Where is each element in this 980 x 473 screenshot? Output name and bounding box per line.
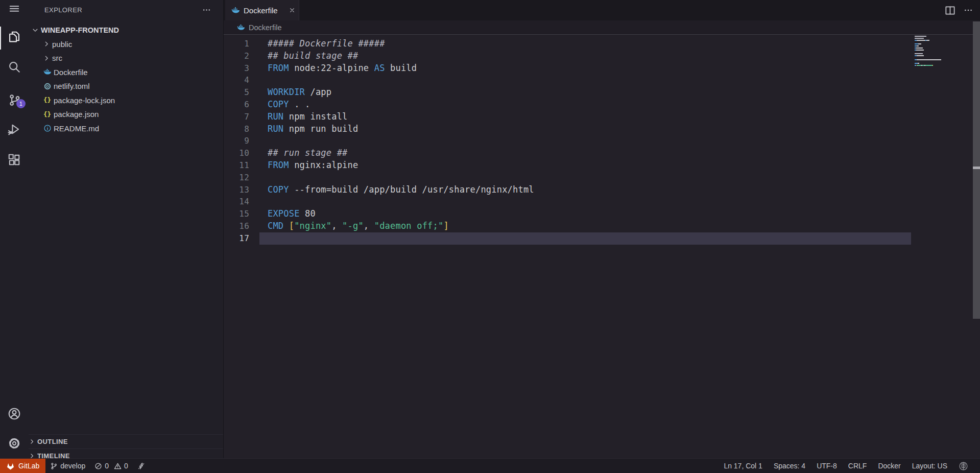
code-line-3[interactable]: 3FROM node:22-alpine AS build	[224, 62, 980, 75]
brain-extension-icon[interactable]	[954, 459, 973, 473]
indentation[interactable]: Spaces: 4	[769, 459, 810, 473]
tree-item-label: public	[52, 40, 72, 49]
run-debug-icon[interactable]	[4, 119, 25, 139]
tree-item-label: package-lock.json	[54, 96, 115, 105]
breadcrumb-item: Dockerfile	[249, 23, 281, 32]
keyboard-layout[interactable]: Layout: US	[907, 459, 952, 473]
code-text: CMD ["nginx", "-g", "daemon off;"]	[268, 220, 449, 232]
file-icon-info	[43, 124, 52, 132]
code-line-5[interactable]: 5WORKDIR /app	[224, 86, 980, 99]
tab-close-icon[interactable]	[289, 7, 296, 14]
status-bar-right: Ln 17, Col 1Spaces: 4UTF-8CRLFDockerLayo…	[719, 459, 980, 473]
tab-dockerfile[interactable]: Dockerfile	[225, 0, 299, 20]
minimap-line	[915, 48, 923, 49]
vscode-window: 1 EXPLORER WINEAPP-FRONTENDpublicsrcDock…	[0, 0, 980, 473]
overview-ruler-cursor-marker	[973, 167, 980, 169]
sidebar-more-actions-icon[interactable]	[202, 6, 211, 14]
cursor-position[interactable]: Ln 17, Col 1	[719, 459, 767, 473]
code-line-15[interactable]: 15EXPOSE 80	[224, 208, 980, 220]
line-number: 1	[224, 38, 249, 50]
line-number: 12	[224, 172, 249, 184]
code-text: FROM nginx:alpine	[268, 159, 358, 172]
minimap-line	[915, 36, 926, 37]
tree-item-package-lock-json[interactable]: {}package-lock.json	[29, 93, 237, 108]
warnings-icon	[114, 462, 122, 470]
status-bar: GitLabdevelop00 Ln 17, Col 1Spaces: 4UTF…	[0, 458, 980, 473]
code-text: ##### Dockerfile #####	[268, 38, 385, 50]
menu-icon[interactable]	[4, 0, 25, 19]
minimap-line	[915, 63, 919, 64]
eol[interactable]: CRLF	[844, 459, 872, 473]
git-branch[interactable]: develop	[45, 459, 90, 473]
line-number: 14	[224, 196, 249, 208]
extensions-icon[interactable]	[4, 150, 25, 170]
explorer-icon[interactable]	[4, 27, 25, 47]
minimap-line	[915, 43, 921, 44]
code-line-16[interactable]: 16CMD ["nginx", "-g", "daemon off;"]	[224, 220, 980, 232]
minimap-line	[915, 38, 924, 39]
code-text: COPY --from=build /app/build /usr/share/…	[268, 184, 534, 196]
code-text: ## build stage ##	[268, 50, 358, 62]
account-icon[interactable]	[4, 404, 25, 424]
vertical-scrollbar[interactable]	[973, 21, 980, 319]
tree-item-label: WINEAPP-FRONTEND	[41, 26, 119, 34]
status-label: CRLF	[848, 462, 867, 470]
code-text: RUN npm run build	[268, 123, 358, 135]
split-editor-icon[interactable]	[945, 5, 955, 16]
code-line-12[interactable]: 12	[224, 172, 980, 184]
minimap-line	[915, 45, 919, 46]
minimap-line	[915, 55, 924, 56]
tree-item-public[interactable]: public	[29, 37, 237, 52]
section-outline[interactable]: OUTLINE	[29, 434, 223, 448]
minimap-line	[915, 40, 929, 41]
error-count: 0	[105, 462, 109, 470]
gitlab-status[interactable]: GitLab	[0, 459, 45, 473]
code-line-13[interactable]: 13COPY --from=build /app/build /usr/shar…	[224, 184, 980, 196]
editor-more-actions-icon[interactable]	[964, 6, 973, 15]
minimap-line	[915, 53, 923, 54]
code-line-8[interactable]: 8RUN npm run build	[224, 123, 980, 135]
line-number: 8	[224, 123, 249, 135]
language-mode[interactable]: Docker	[873, 459, 905, 473]
formatter-status[interactable]	[133, 459, 150, 473]
tree-item-label: package.json	[54, 110, 99, 119]
code-line-4[interactable]: 4	[224, 74, 980, 86]
tree-item-label: README.md	[54, 124, 99, 133]
code-line-17[interactable]: 17	[224, 232, 980, 245]
problems[interactable]: 00	[90, 459, 133, 473]
breadcrumb[interactable]: Dockerfile	[224, 20, 980, 35]
code-editor[interactable]: 1##### Dockerfile #####2## build stage #…	[224, 35, 980, 458]
code-line-6[interactable]: 6COPY . .	[224, 99, 980, 111]
status-label: UTF-8	[817, 462, 837, 470]
tree-item-package-json[interactable]: {}package.json	[29, 107, 237, 122]
settings-gear-icon[interactable]	[4, 433, 25, 454]
code-text: COPY . .	[268, 99, 310, 111]
tree-item-src[interactable]: src	[29, 51, 237, 65]
code-line-1[interactable]: 1##### Dockerfile #####	[224, 38, 980, 50]
search-icon[interactable]	[4, 57, 25, 77]
code-line-9[interactable]: 9	[224, 135, 980, 147]
line-number: 4	[224, 74, 249, 86]
minimap-line	[915, 59, 941, 60]
line-number: 2	[224, 50, 249, 62]
active-view-indicator	[0, 27, 1, 50]
chevron-down-icon	[32, 27, 39, 34]
code-line-11[interactable]: 11FROM nginx:alpine	[224, 159, 980, 172]
tree-item-label: src	[52, 54, 62, 62]
sidebar-header: EXPLORER	[29, 4, 223, 17]
code-line-7[interactable]: 7RUN npm install	[224, 111, 980, 123]
code-line-10[interactable]: 10## run stage ##	[224, 147, 980, 159]
code-line-14[interactable]: 14	[224, 196, 980, 208]
tree-item-dockerfile[interactable]: Dockerfile	[29, 65, 237, 80]
minimap-line	[915, 50, 924, 51]
brain-extension-icon	[959, 461, 968, 471]
tree-item-netlify-toml[interactable]: netlify.toml	[29, 79, 237, 93]
line-number: 17	[224, 232, 249, 245]
source-control-icon[interactable]: 1	[4, 90, 25, 110]
activity-bar: 1	[0, 0, 29, 458]
chevron-right-icon	[43, 55, 50, 62]
tree-item-wineapp-frontend[interactable]: WINEAPP-FRONTEND	[29, 23, 226, 37]
code-line-2[interactable]: 2## build stage ##	[224, 50, 980, 62]
tree-item-readme-md[interactable]: README.md	[29, 122, 237, 136]
encoding[interactable]: UTF-8	[812, 459, 842, 473]
